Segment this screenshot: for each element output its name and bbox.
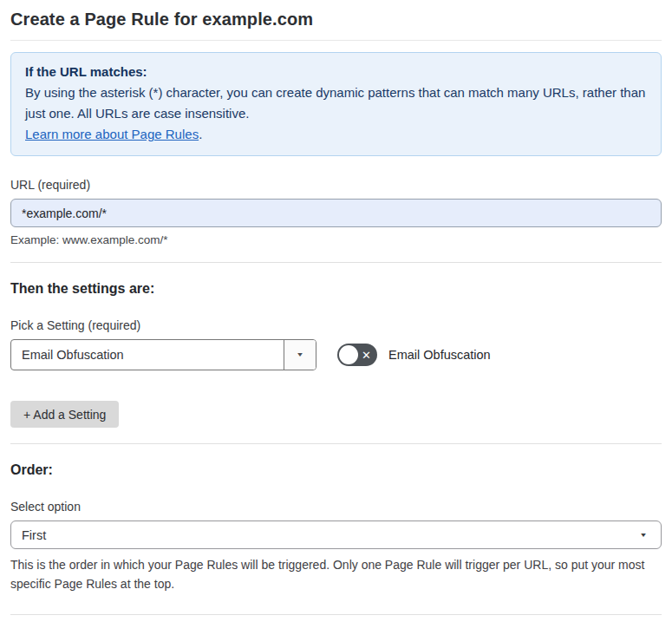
setting-select[interactable]: Email Obfuscation ▼ [10, 339, 316, 370]
add-setting-button[interactable]: + Add a Setting [10, 401, 119, 428]
order-helper-text: This is the order in which your Page Rul… [10, 555, 659, 593]
learn-more-link[interactable]: Learn more about Page Rules [25, 127, 199, 141]
caret-down-icon: ▼ [638, 521, 661, 548]
setting-select-value: Email Obfuscation [11, 340, 284, 370]
url-matches-info-box: If the URL matches: By using the asteris… [10, 52, 662, 156]
divider [10, 443, 662, 444]
toggle-label: Email Obfuscation [388, 348, 491, 362]
order-section-heading: Order: [10, 462, 662, 478]
divider [10, 614, 662, 615]
link-suffix: . [199, 127, 202, 141]
pick-setting-label: Pick a Setting (required) [10, 318, 662, 332]
chevron-down-icon[interactable]: ▼ [284, 340, 316, 370]
setting-row: Email Obfuscation ▼ ✕ Email Obfuscation [10, 339, 662, 370]
order-select-label: Select option [10, 500, 662, 514]
url-input[interactable] [10, 199, 662, 227]
info-box-heading: If the URL matches: [25, 62, 647, 82]
toggle-knob [339, 345, 358, 364]
settings-section-heading: Then the settings are: [10, 281, 662, 297]
email-obfuscation-toggle[interactable]: ✕ [337, 344, 377, 366]
create-page-rule-form: Create a Page Rule for example.com If th… [0, 0, 672, 622]
info-box-body: By using the asterisk (*) character, you… [25, 82, 647, 124]
url-label: URL (required) [10, 178, 662, 192]
order-select[interactable]: First ▼ [10, 521, 662, 549]
toggle-off-x-icon: ✕ [362, 350, 371, 361]
order-select-value: First [11, 521, 638, 548]
divider [10, 262, 662, 263]
url-example-helper: Example: www.example.com/* [10, 233, 662, 246]
info-box-link-line: Learn more about Page Rules. [25, 124, 647, 145]
page-title: Create a Page Rule for example.com [10, 0, 662, 29]
header-divider [10, 40, 662, 41]
